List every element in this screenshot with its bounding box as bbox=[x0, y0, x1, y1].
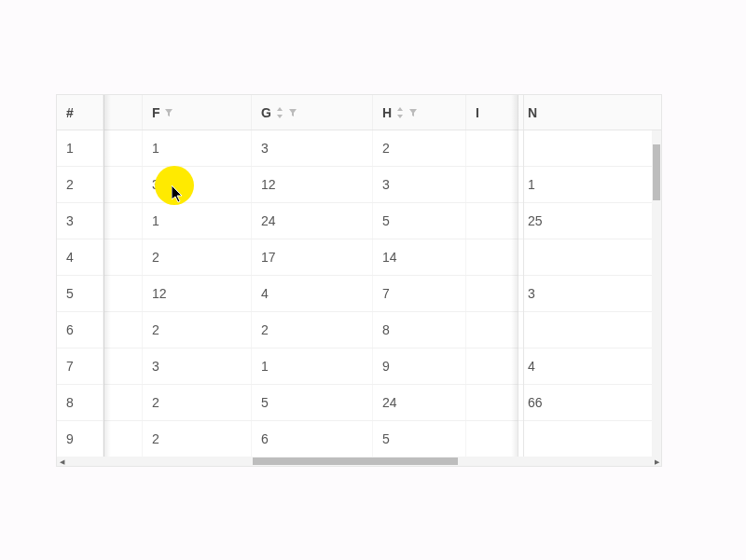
column-header-g[interactable]: G bbox=[252, 95, 373, 130]
cell-idx[interactable]: 6 bbox=[57, 312, 104, 348]
cell-f[interactable]: 3 bbox=[143, 167, 252, 202]
cell-idx[interactable]: 9 bbox=[57, 421, 104, 457]
filter-icon[interactable] bbox=[408, 108, 418, 117]
column-header-f[interactable]: F bbox=[143, 95, 252, 130]
table-row[interactable]: 512473 bbox=[57, 276, 652, 312]
table-row[interactable]: 231231 bbox=[57, 167, 652, 203]
column-header-index[interactable]: # bbox=[57, 95, 104, 130]
cell-g[interactable]: 17 bbox=[252, 239, 373, 275]
horizontal-scrollbar-track[interactable] bbox=[66, 457, 652, 466]
cell-value: 1 bbox=[261, 359, 269, 374]
cell-f[interactable]: 1 bbox=[143, 203, 252, 239]
cell-f[interactable]: 2 bbox=[143, 385, 252, 420]
sort-icon[interactable] bbox=[395, 107, 405, 118]
horizontal-scrollbar-thumb[interactable] bbox=[253, 458, 458, 465]
cell-gap[interactable] bbox=[104, 312, 143, 348]
scroll-right-icon[interactable]: ▶ bbox=[652, 457, 661, 466]
vertical-scrollbar[interactable] bbox=[652, 130, 661, 457]
cell-h[interactable]: 5 bbox=[373, 203, 466, 239]
cell-gap[interactable] bbox=[104, 276, 143, 311]
cell-h[interactable]: 8 bbox=[373, 312, 466, 348]
cell-n[interactable] bbox=[518, 239, 646, 275]
cell-i[interactable] bbox=[466, 239, 518, 275]
scroll-left-icon[interactable]: ◀ bbox=[57, 457, 66, 466]
table-row[interactable]: 3124525 bbox=[57, 203, 652, 239]
cell-n[interactable] bbox=[518, 312, 646, 348]
column-header-i[interactable]: I bbox=[466, 95, 518, 130]
cell-g[interactable]: 6 bbox=[252, 421, 373, 457]
filter-icon[interactable] bbox=[288, 108, 297, 117]
cell-f[interactable]: 2 bbox=[143, 312, 252, 348]
cell-h[interactable]: 7 bbox=[373, 276, 466, 311]
cell-n[interactable]: 25 bbox=[518, 203, 646, 239]
cell-g[interactable]: 4 bbox=[252, 276, 373, 311]
cell-gap[interactable] bbox=[104, 385, 143, 420]
table-row[interactable]: 421714 bbox=[57, 239, 652, 276]
cell-n[interactable]: 1 bbox=[518, 167, 646, 202]
cell-i[interactable] bbox=[466, 276, 518, 311]
cell-h[interactable]: 2 bbox=[373, 130, 466, 166]
column-header-n[interactable]: N bbox=[518, 95, 646, 130]
cell-value: 8 bbox=[66, 395, 74, 410]
cell-n[interactable] bbox=[518, 421, 646, 457]
cell-gap[interactable] bbox=[104, 203, 143, 239]
cell-i[interactable] bbox=[466, 130, 518, 166]
cell-gap[interactable] bbox=[104, 130, 143, 166]
cell-idx[interactable]: 1 bbox=[57, 130, 104, 166]
cell-h[interactable]: 5 bbox=[373, 421, 466, 457]
cell-i[interactable] bbox=[466, 385, 518, 420]
cell-f[interactable]: 3 bbox=[143, 348, 252, 384]
cell-n[interactable] bbox=[518, 130, 646, 166]
cell-f[interactable]: 1 bbox=[143, 130, 252, 166]
cell-g[interactable]: 24 bbox=[252, 203, 373, 239]
cell-idx[interactable]: 7 bbox=[57, 348, 104, 384]
horizontal-scrollbar[interactable]: ◀ ▶ bbox=[57, 457, 661, 466]
data-grid: # F G H I bbox=[56, 94, 662, 467]
cell-g[interactable]: 1 bbox=[252, 348, 373, 384]
cell-f[interactable]: 2 bbox=[143, 239, 252, 275]
cell-h[interactable]: 9 bbox=[373, 348, 466, 384]
cell-f[interactable]: 12 bbox=[143, 276, 252, 311]
cell-value: 4 bbox=[66, 250, 74, 265]
table-row[interactable]: 73194 bbox=[57, 348, 652, 385]
filter-icon[interactable] bbox=[164, 108, 173, 117]
sort-icon[interactable] bbox=[275, 107, 284, 118]
cell-g[interactable]: 12 bbox=[252, 167, 373, 202]
cell-h[interactable]: 3 bbox=[373, 167, 466, 202]
cell-idx[interactable]: 8 bbox=[57, 385, 104, 420]
cell-idx[interactable]: 2 bbox=[57, 167, 104, 202]
cell-gap[interactable] bbox=[104, 348, 143, 384]
cell-value: 7 bbox=[66, 359, 74, 374]
column-header-label: F bbox=[152, 105, 160, 120]
cell-i[interactable] bbox=[466, 167, 518, 202]
cell-gap[interactable] bbox=[104, 239, 143, 275]
cell-i[interactable] bbox=[466, 348, 518, 384]
cell-i[interactable] bbox=[466, 421, 518, 457]
cell-gap[interactable] bbox=[104, 167, 143, 202]
table-row[interactable]: 1132 bbox=[57, 130, 652, 167]
table-row[interactable]: 9265 bbox=[57, 421, 652, 457]
cell-n[interactable]: 66 bbox=[518, 385, 646, 420]
cell-f[interactable]: 2 bbox=[143, 421, 252, 457]
column-header-h[interactable]: H bbox=[373, 95, 466, 130]
cell-i[interactable] bbox=[466, 203, 518, 239]
cell-g[interactable]: 5 bbox=[252, 385, 373, 420]
cell-h[interactable]: 24 bbox=[373, 385, 466, 420]
cell-n[interactable]: 4 bbox=[518, 348, 646, 384]
cell-h[interactable]: 14 bbox=[373, 239, 466, 275]
cell-g[interactable]: 2 bbox=[252, 312, 373, 348]
cell-idx[interactable]: 4 bbox=[57, 239, 104, 275]
cell-idx[interactable]: 3 bbox=[57, 203, 104, 239]
cell-g[interactable]: 3 bbox=[252, 130, 373, 166]
cell-value: 9 bbox=[382, 359, 390, 374]
cell-gap[interactable] bbox=[104, 421, 143, 457]
cell-n[interactable]: 3 bbox=[518, 276, 646, 311]
vertical-scrollbar-thumb[interactable] bbox=[653, 144, 660, 200]
table-row[interactable]: 6228 bbox=[57, 312, 652, 348]
cell-i[interactable] bbox=[466, 312, 518, 348]
cell-value: 5 bbox=[66, 286, 74, 301]
cell-value: 24 bbox=[382, 395, 397, 410]
table-row[interactable]: 8252466 bbox=[57, 385, 652, 421]
cell-value: 12 bbox=[152, 286, 167, 301]
cell-idx[interactable]: 5 bbox=[57, 276, 104, 311]
